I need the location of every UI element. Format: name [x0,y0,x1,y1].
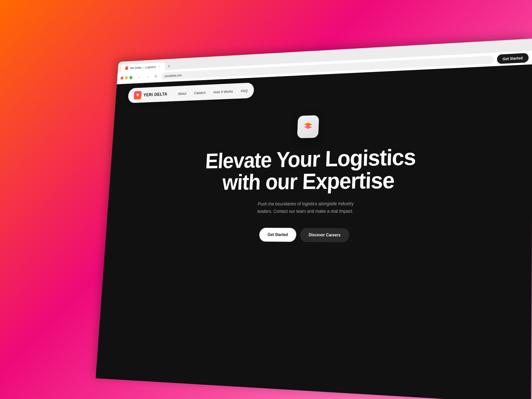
nav-link-faq[interactable]: FAQ [241,88,248,93]
back-button[interactable]: ← [136,74,142,80]
hero-section: Elevate Your Logistics with our Expertis… [105,92,532,255]
url-text: yeredelta.com [165,73,182,78]
brand-name: YERI DELTA [143,91,167,97]
nav-link-careers[interactable]: Careers [194,90,206,95]
refresh-button[interactable]: ↻ [153,73,159,80]
forward-button[interactable]: → [144,73,151,80]
nav-link-about[interactable]: About [178,91,186,96]
minimize-window-button[interactable] [125,76,128,80]
hero-title-line2: with our Expertise [222,167,395,195]
browser-window: Yeri Delta — Logistics × + ← → ↻ yeredel… [96,39,532,399]
hero-get-started-button[interactable]: Get Started [259,228,297,242]
brand: YERI DELTA [134,90,168,100]
hero-title: Elevate Your Logistics with our Expertis… [204,145,416,193]
hero-app-icon [297,115,319,138]
nav-pill: YERI DELTA About Careers How It Works FA… [128,83,254,103]
window-controls [121,76,133,80]
tab-close-button[interactable]: × [157,65,161,68]
nav-links: About Careers How It Works FAQ [178,88,248,96]
new-tab-button[interactable]: + [166,63,172,70]
nav-link-how-it-works[interactable]: How It Works [213,89,233,94]
brand-logo [134,91,142,99]
hero-discover-careers-button[interactable]: Discover Careers [300,228,349,242]
maximize-window-button[interactable] [129,76,132,79]
browser-get-started-button[interactable]: Get Started [497,53,529,64]
hero-subtitle: Push the boundaries of logistics alongsi… [253,200,358,215]
close-window-button[interactable] [121,76,124,80]
tab-favicon-icon [125,66,128,70]
website-content: YERI DELTA About Careers How It Works FA… [96,64,532,399]
tab-title: Yeri Delta — Logistics [130,65,156,70]
hero-buttons: Get Started Discover Careers [259,228,350,242]
